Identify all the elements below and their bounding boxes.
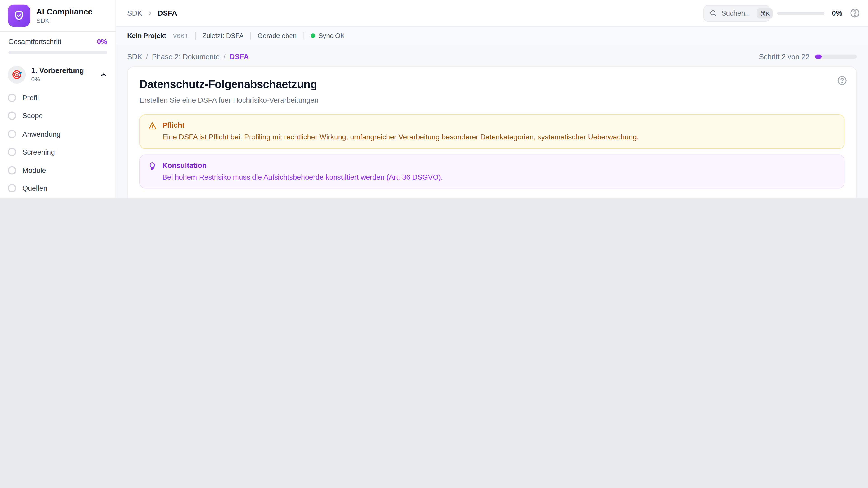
target-icon: 🎯 bbox=[8, 66, 26, 84]
help-icon[interactable] bbox=[850, 8, 860, 19]
radio-circle-icon bbox=[8, 130, 16, 138]
sidebar-item-module[interactable]: Module bbox=[0, 161, 116, 179]
page-breadcrumb-row: SDK / Phase 2: Dokumente / DSFA Schritt … bbox=[127, 53, 857, 61]
search-icon bbox=[710, 9, 717, 17]
overall-progress: Gesamtfortschritt 0% bbox=[0, 32, 116, 61]
app-title: AI Compliance bbox=[36, 7, 92, 16]
app-logo bbox=[8, 4, 30, 27]
notice-body: Bei hohem Restrisiko muss die Aufsichtsb… bbox=[162, 172, 443, 182]
sidebar-item-profil[interactable]: Profil bbox=[0, 89, 116, 107]
lightbulb-icon bbox=[148, 162, 157, 170]
radio-circle-icon bbox=[8, 111, 16, 120]
step-progress-fill bbox=[815, 55, 822, 59]
breadcrumb: SDK / Phase 2: Dokumente / DSFA bbox=[127, 53, 249, 61]
notice-title: Konsultation bbox=[162, 161, 443, 169]
search-box[interactable]: ⌘K bbox=[704, 5, 770, 22]
divider bbox=[195, 32, 195, 40]
notice-konsultation: Konsultation Bei hohem Restrisiko muss d… bbox=[140, 154, 844, 188]
section-label: 1. Vorbereitung bbox=[31, 67, 94, 75]
brand-texts: AI Compliance SDK bbox=[36, 7, 92, 24]
overall-progress-label: Gesamtfortschritt bbox=[8, 38, 61, 46]
breadcrumb-root[interactable]: SDK bbox=[127, 53, 142, 61]
shield-check-icon bbox=[13, 9, 25, 22]
breadcrumb-phase[interactable]: Phase 2: Dokumente bbox=[152, 53, 220, 61]
notice-pflicht: Pflicht Eine DSFA ist Pflicht bei: Profi… bbox=[140, 114, 844, 149]
topbar-progress-bar bbox=[777, 11, 825, 15]
notice-body: Eine DSFA ist Pflicht bei: Profiling mit… bbox=[162, 132, 639, 142]
sidebar: AI Compliance SDK Gesamtfortschritt 0% 🎯… bbox=[0, 0, 116, 198]
app-window: AI Compliance SDK Gesamtfortschritt 0% 🎯… bbox=[0, 0, 868, 198]
divider bbox=[303, 32, 304, 40]
help-icon[interactable] bbox=[837, 75, 847, 86]
topbar-breadcrumb: SDK DSFA bbox=[127, 9, 177, 17]
breadcrumb-current: DSFA bbox=[229, 53, 249, 61]
radio-circle-icon bbox=[8, 94, 16, 102]
last-saved-time: Gerade eben bbox=[257, 32, 297, 40]
search-input[interactable] bbox=[721, 9, 752, 17]
app-subtitle: SDK bbox=[36, 18, 92, 24]
version-badge: V001 bbox=[173, 32, 188, 39]
breadcrumb-parent[interactable]: SDK bbox=[127, 9, 142, 17]
sidebar-nav: 🎯 1. Vorbereitung 0% Profil Scope Anwend… bbox=[0, 61, 116, 198]
sidebar-section-analyse[interactable]: 🔍 2. Analyse 0% bbox=[0, 197, 116, 198]
sidebar-item-quellen[interactable]: Quellen bbox=[0, 179, 116, 197]
sync-ok-dot-icon bbox=[311, 33, 315, 38]
brand-header: AI Compliance SDK bbox=[0, 0, 116, 32]
section-percent: 0% bbox=[31, 76, 94, 83]
topbar-progress-value: 0% bbox=[832, 9, 842, 17]
breadcrumb-current: DSFA bbox=[158, 9, 177, 17]
sidebar-section-vorbereitung[interactable]: 🎯 1. Vorbereitung 0% bbox=[0, 61, 116, 89]
last-document: Zuletzt: DSFA bbox=[202, 32, 244, 40]
topbar: SDK DSFA ⌘K 0% bbox=[116, 0, 868, 27]
overall-progress-bar bbox=[8, 51, 107, 54]
radio-circle-icon bbox=[8, 166, 16, 174]
status-bar: Kein Projekt V001 Zuletzt: DSFA Gerade e… bbox=[116, 27, 868, 45]
chevron-right-icon bbox=[147, 10, 153, 17]
sidebar-item-scope[interactable]: Scope bbox=[0, 107, 116, 125]
main-area: SDK DSFA ⌘K 0% Kein Projekt V001 Zuletzt… bbox=[116, 0, 868, 198]
project-name: Kein Projekt bbox=[127, 32, 166, 40]
overall-progress-value: 0% bbox=[97, 38, 107, 46]
step-indicator: Schritt 2 von 22 bbox=[759, 53, 857, 61]
step-label: Schritt 2 von 22 bbox=[759, 53, 809, 61]
sidebar-item-screening[interactable]: Screening bbox=[0, 143, 116, 161]
chevron-up-icon bbox=[100, 71, 108, 78]
sync-status: Sync OK bbox=[311, 32, 345, 40]
page-content: SDK / Phase 2: Dokumente / DSFA Schritt … bbox=[116, 45, 868, 198]
notice-title: Pflicht bbox=[162, 121, 639, 129]
divider bbox=[250, 32, 251, 40]
radio-circle-icon bbox=[8, 184, 16, 193]
step-progress-bar bbox=[815, 55, 857, 59]
page-title: Datenschutz-Folgenabschaetzung bbox=[140, 78, 844, 91]
warning-triangle-icon bbox=[148, 122, 157, 130]
dsfa-hero-card: Datenschutz-Folgenabschaetzung Erstellen… bbox=[127, 66, 857, 198]
page-subtitle: Erstellen Sie eine DSFA fuer Hochrisiko-… bbox=[140, 96, 844, 104]
sidebar-item-anwendung[interactable]: Anwendung bbox=[0, 125, 116, 143]
keyboard-shortcut-badge: ⌘K bbox=[757, 8, 772, 18]
radio-circle-icon bbox=[8, 148, 16, 156]
